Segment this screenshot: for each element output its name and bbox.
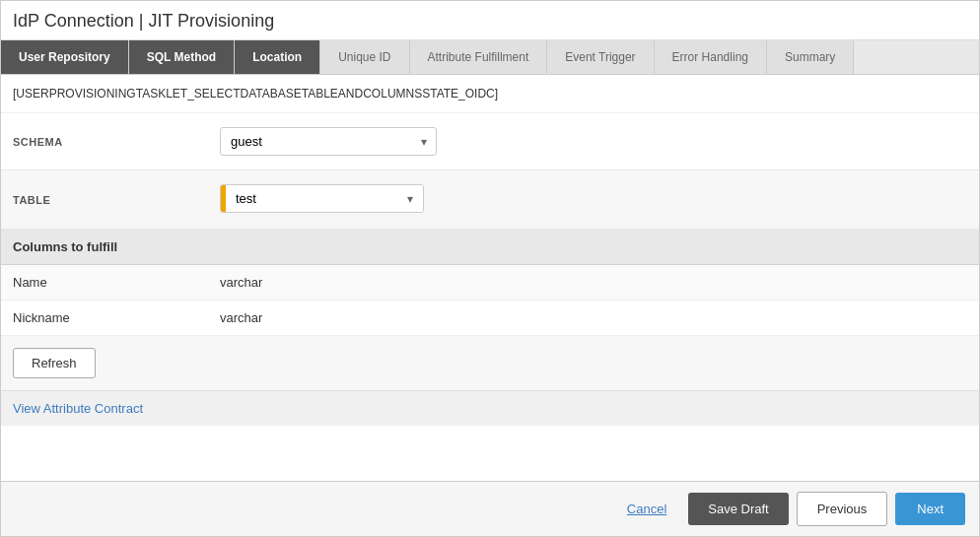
- schema-row: SCHEMA guest public dbo: [1, 113, 979, 170]
- table-select[interactable]: test users accounts: [226, 185, 423, 212]
- tab-event-trigger[interactable]: Event Trigger: [547, 40, 654, 74]
- schema-select-wrapper: guest public dbo: [220, 127, 437, 156]
- footer: Cancel Save Draft Previous Next: [1, 481, 979, 536]
- column-row-nickname: Nickname varchar: [1, 301, 979, 336]
- state-text: [USERPROVISIONINGTASKLET_SELECTDATABASET…: [1, 75, 979, 113]
- content-area: [USERPROVISIONINGTASKLET_SELECTDATABASET…: [1, 75, 979, 481]
- tab-error-handling[interactable]: Error Handling: [655, 40, 767, 74]
- columns-table: Name varchar Nickname varchar: [1, 265, 979, 336]
- view-attribute-contract-link[interactable]: View Attribute Contract: [13, 401, 143, 416]
- table-select-wrapper: test users accounts: [220, 184, 424, 213]
- table-label: TABLE: [13, 194, 220, 206]
- column-row-name: Name varchar: [1, 265, 979, 301]
- next-button[interactable]: Next: [895, 493, 965, 525]
- table-select-inner: test users accounts: [226, 185, 423, 212]
- page-wrapper: IdP Connection | JIT Provisioning User R…: [0, 0, 980, 537]
- column-name-0: Name: [13, 275, 220, 290]
- table-control: test users accounts: [220, 184, 967, 215]
- tab-attribute-fulfillment[interactable]: Attribute Fulfillment: [410, 40, 548, 74]
- tab-summary[interactable]: Summary: [767, 40, 854, 74]
- previous-button[interactable]: Previous: [797, 492, 888, 526]
- tab-sql-method[interactable]: SQL Method: [129, 40, 235, 74]
- table-row: TABLE test users accounts: [1, 170, 979, 230]
- columns-section-header: Columns to fulfill: [1, 230, 979, 265]
- schema-select[interactable]: guest public dbo: [220, 127, 437, 156]
- column-name-1: Nickname: [13, 310, 220, 325]
- column-type-1: varchar: [220, 310, 262, 325]
- tab-user-repository[interactable]: User Repository: [1, 40, 129, 74]
- schema-control: guest public dbo: [220, 127, 967, 156]
- refresh-row: Refresh: [1, 336, 979, 391]
- cancel-button[interactable]: Cancel: [613, 494, 680, 524]
- link-row: View Attribute Contract: [1, 391, 979, 426]
- save-draft-button[interactable]: Save Draft: [688, 493, 788, 525]
- tab-bar: User Repository SQL Method Location Uniq…: [1, 40, 979, 75]
- refresh-button[interactable]: Refresh: [13, 348, 96, 378]
- tab-unique-id[interactable]: Unique ID: [320, 40, 409, 74]
- schema-label: SCHEMA: [13, 136, 220, 148]
- tab-location[interactable]: Location: [235, 40, 320, 74]
- page-title: IdP Connection | JIT Provisioning: [1, 1, 979, 40]
- column-type-0: varchar: [220, 275, 262, 290]
